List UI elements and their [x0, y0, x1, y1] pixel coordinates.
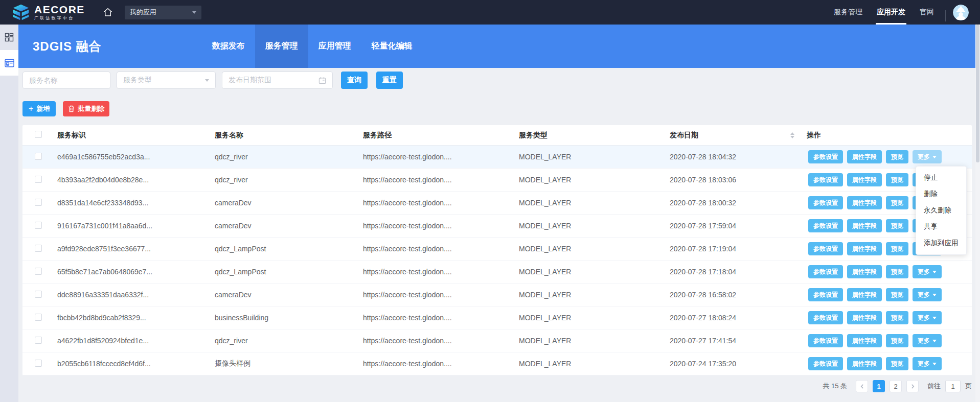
- row-checkbox[interactable]: [35, 245, 42, 252]
- sidebar-item-services[interactable]: [0, 50, 18, 76]
- service-type-select[interactable]: 服务类型: [117, 72, 216, 89]
- row-checkbox[interactable]: [35, 291, 42, 298]
- preview-button[interactable]: 预览: [886, 357, 908, 370]
- more-menu-item[interactable]: 永久删除: [916, 202, 966, 219]
- params-button[interactable]: 参数设置: [808, 242, 843, 255]
- preview-button[interactable]: 预览: [886, 150, 908, 163]
- preview-button[interactable]: 预览: [886, 265, 908, 278]
- batch-delete-button[interactable]: 批量删除: [63, 101, 109, 116]
- add-button[interactable]: + 新增: [22, 101, 56, 116]
- band-tab[interactable]: 数据发布: [202, 25, 255, 68]
- params-button[interactable]: 参数设置: [808, 288, 843, 301]
- cell-publish-date: 2020-07-28 18:00:32: [670, 199, 807, 207]
- more-button[interactable]: 更多: [913, 288, 942, 301]
- page-button[interactable]: 2: [890, 380, 902, 392]
- preview-button[interactable]: 预览: [886, 173, 908, 186]
- cell-publish-date: 2020-07-28 18:04:32: [670, 153, 807, 161]
- next-page-button[interactable]: [906, 380, 919, 392]
- reset-button[interactable]: 重置: [376, 72, 403, 89]
- select-all-checkbox[interactable]: [35, 131, 42, 138]
- cell-service-id: a9fd928ede8751f3ee36677...: [57, 245, 215, 253]
- sort-icon[interactable]: [790, 132, 794, 138]
- page-button[interactable]: 1: [873, 380, 885, 392]
- app-select[interactable]: 我的应用: [125, 6, 201, 19]
- preview-button[interactable]: 预览: [886, 219, 908, 232]
- scrollbar-thumb[interactable]: [976, 25, 979, 162]
- preview-button[interactable]: 预览: [886, 196, 908, 209]
- date-range-picker[interactable]: 发布日期范围: [222, 72, 333, 89]
- more-menu-item[interactable]: 删除: [916, 186, 966, 202]
- params-button[interactable]: 参数设置: [808, 311, 843, 324]
- params-button[interactable]: 参数设置: [808, 150, 843, 163]
- topnav-item[interactable]: 官网: [913, 0, 941, 25]
- more-button[interactable]: 更多: [913, 311, 942, 324]
- row-checkbox[interactable]: [35, 314, 42, 321]
- row-checkbox[interactable]: [35, 337, 42, 344]
- row-checkbox[interactable]: [35, 199, 42, 206]
- fields-button[interactable]: 属性字段: [847, 311, 882, 324]
- row-checkbox[interactable]: [35, 222, 42, 229]
- row-checkbox[interactable]: [35, 176, 42, 183]
- batch-delete-label: 批量删除: [78, 104, 104, 113]
- params-button[interactable]: 参数设置: [808, 265, 843, 278]
- cell-service-name: qdcz_river: [215, 153, 363, 161]
- cell-publish-date: 2020-07-28 16:58:02: [670, 291, 807, 299]
- band-tab[interactable]: 服务管理: [255, 25, 308, 68]
- goto-page-input[interactable]: [945, 380, 961, 392]
- fields-button[interactable]: 属性字段: [847, 196, 882, 209]
- fields-button[interactable]: 属性字段: [847, 242, 882, 255]
- fields-button[interactable]: 属性字段: [847, 219, 882, 232]
- row-checkbox[interactable]: [35, 153, 42, 160]
- preview-button[interactable]: 预览: [886, 334, 908, 347]
- more-button[interactable]: 更多: [913, 334, 942, 347]
- more-button[interactable]: 更多: [913, 265, 942, 278]
- row-checkbox[interactable]: [35, 360, 42, 367]
- page-title: 3DGIS 融合: [33, 38, 102, 55]
- action-button-label: 更多: [918, 337, 930, 345]
- calendar-icon: [318, 77, 326, 84]
- more-button[interactable]: 更多: [913, 357, 942, 370]
- fields-button[interactable]: 属性字段: [847, 265, 882, 278]
- more-menu-item[interactable]: 添加到应用: [916, 235, 966, 251]
- topnav-item[interactable]: 服务管理: [827, 0, 870, 25]
- topnav-item[interactable]: 应用开发: [870, 0, 913, 25]
- service-name-input[interactable]: [22, 72, 110, 89]
- action-button-label: 预览: [891, 291, 903, 299]
- prev-page-button[interactable]: [856, 380, 868, 392]
- cell-service-type: MODEL_LAYER: [519, 337, 670, 345]
- chevron-down-icon: [932, 340, 937, 342]
- action-button-label: 预览: [891, 268, 903, 276]
- fields-button[interactable]: 属性字段: [847, 173, 882, 186]
- preview-button[interactable]: 预览: [886, 311, 908, 324]
- band-tab[interactable]: 应用管理: [308, 25, 361, 68]
- topbar: AECORE 广联达数字中台 我的应用 服务管理应用开发官网: [0, 0, 980, 25]
- toolbar: + 新增 批量删除: [22, 101, 975, 116]
- params-button[interactable]: 参数设置: [808, 357, 843, 370]
- fields-button[interactable]: 属性字段: [847, 288, 882, 301]
- cell-service-name: 摄像头样例: [215, 359, 363, 368]
- search-button[interactable]: 查询: [341, 72, 368, 89]
- params-button[interactable]: 参数设置: [808, 219, 843, 232]
- header-check-cell: [22, 131, 57, 139]
- more-menu-item[interactable]: 共享: [916, 219, 966, 235]
- total-count: 共 15 条: [823, 382, 847, 391]
- fields-button[interactable]: 属性字段: [847, 150, 882, 163]
- column-header-label: 发布日期: [670, 131, 698, 140]
- band-tab[interactable]: 轻量化编辑: [361, 25, 423, 68]
- preview-button[interactable]: 预览: [886, 288, 908, 301]
- home-icon[interactable]: [102, 7, 113, 18]
- preview-button[interactable]: 预览: [886, 242, 908, 255]
- action-button-label: 参数设置: [813, 360, 838, 368]
- fields-button[interactable]: 属性字段: [847, 357, 882, 370]
- row-checkbox[interactable]: [35, 268, 42, 275]
- sidebar-item-dashboard[interactable]: [0, 25, 18, 50]
- params-button[interactable]: 参数设置: [808, 334, 843, 347]
- action-button-label: 预览: [891, 176, 903, 184]
- user-avatar[interactable]: [953, 5, 969, 20]
- more-button[interactable]: 更多: [913, 150, 942, 163]
- params-button[interactable]: 参数设置: [808, 196, 843, 209]
- fields-button[interactable]: 属性字段: [847, 334, 882, 347]
- params-button[interactable]: 参数设置: [808, 173, 843, 186]
- more-menu-item[interactable]: 停止: [916, 170, 966, 186]
- action-button-label: 预览: [891, 199, 903, 207]
